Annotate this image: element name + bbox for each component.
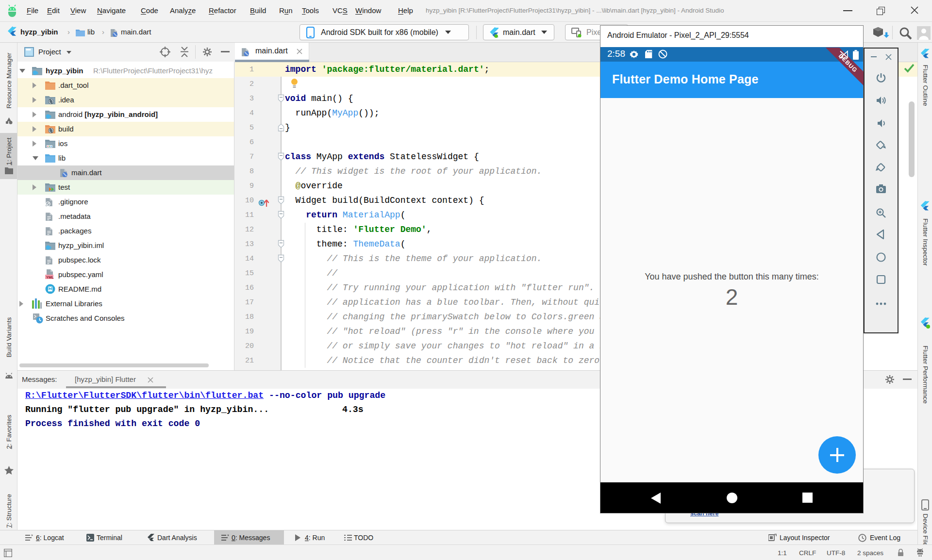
svg-text:YML: YML bbox=[46, 275, 54, 280]
